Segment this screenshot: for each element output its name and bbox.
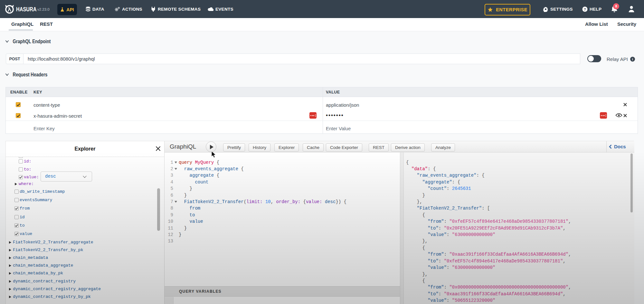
svg-text:?: ?: [584, 7, 586, 11]
